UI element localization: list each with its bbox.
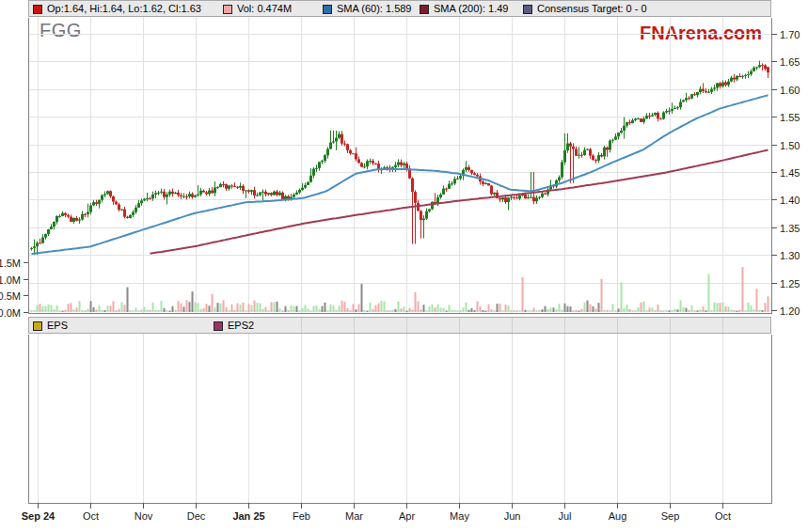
svg-text:Nov: Nov [135, 510, 153, 522]
svg-text:Jan 25: Jan 25 [232, 510, 264, 522]
svg-text:Jul: Jul [558, 510, 571, 522]
svg-text:1.70: 1.70 [780, 29, 800, 40]
month-axis-labels: Sep 24OctNovDecJan 25FebMarAprMayJunJulA… [22, 503, 731, 522]
svg-text:Sep: Sep [661, 510, 680, 522]
svg-text:1.35: 1.35 [780, 223, 800, 234]
svg-text:1.65: 1.65 [780, 56, 800, 68]
volume-axis-labels: 1.5M1.0M0.5M0.0M [0, 258, 28, 319]
svg-text:1.20: 1.20 [780, 305, 800, 317]
grid-lines [28, 17, 771, 503]
svg-text:1.5M: 1.5M [0, 258, 21, 269]
svg-text:Dec: Dec [187, 510, 206, 522]
svg-text:Apr: Apr [399, 510, 415, 522]
svg-text:Aug: Aug [609, 510, 627, 522]
svg-text:May: May [450, 510, 469, 522]
price-axis-labels: 1.701.651.601.551.501.451.401.351.301.25… [771, 29, 800, 317]
svg-text:0.5M: 0.5M [0, 290, 21, 302]
svg-text:1.25: 1.25 [780, 278, 800, 289]
svg-text:Sep 24: Sep 24 [22, 510, 55, 522]
svg-text:Oct: Oct [83, 510, 99, 522]
svg-text:Feb: Feb [293, 510, 310, 522]
svg-text:1.30: 1.30 [780, 250, 800, 261]
svg-text:Jun: Jun [504, 510, 521, 522]
svg-text:1.0M: 1.0M [0, 274, 21, 286]
pane-borders [29, 18, 772, 504]
svg-text:1.55: 1.55 [780, 112, 800, 123]
svg-text:1.60: 1.60 [780, 85, 800, 96]
candlestick-chart: 1.701.651.601.551.501.451.401.351.301.25… [0, 0, 808, 532]
volume-bars [31, 267, 769, 312]
stock-chart-page: Op:1.64, Hi:1.64, Lo:1.62, Cl:1.63 Vol: … [0, 0, 808, 532]
svg-text:1.40: 1.40 [780, 195, 800, 206]
svg-text:Oct: Oct [715, 510, 731, 522]
svg-text:Mar: Mar [345, 510, 363, 522]
svg-text:0.0M: 0.0M [0, 307, 21, 319]
svg-text:1.50: 1.50 [780, 140, 800, 151]
svg-text:1.45: 1.45 [780, 167, 800, 179]
